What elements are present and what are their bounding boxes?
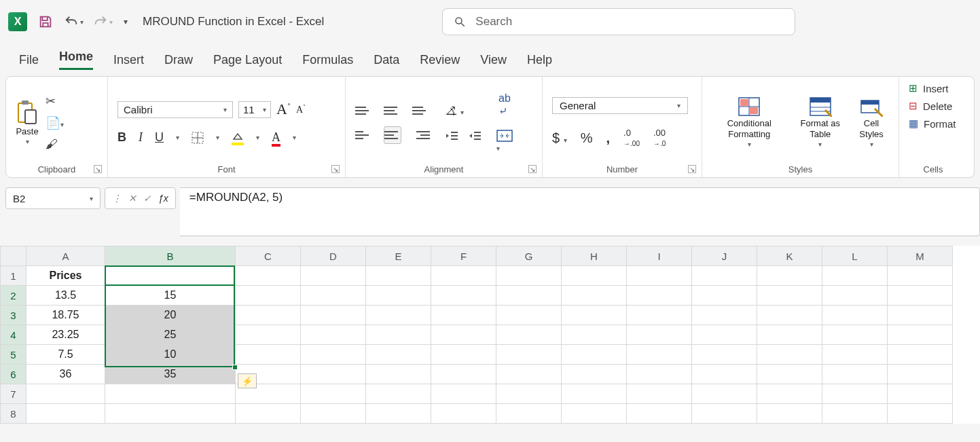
cell-C1[interactable] xyxy=(236,266,301,286)
formula-expand-icon[interactable]: ⋮ xyxy=(112,193,122,204)
cell-H4[interactable] xyxy=(562,325,627,345)
row-header-2[interactable]: 2 xyxy=(1,286,26,306)
row-header-6[interactable]: 6 xyxy=(1,365,26,384)
cell-I1[interactable] xyxy=(627,266,692,286)
decrease-font-icon[interactable]: A˅ xyxy=(296,104,306,115)
increase-indent-icon[interactable] xyxy=(468,130,482,141)
grid[interactable]: A B C D E F G H I J K L M 1 Prices Round… xyxy=(0,246,953,424)
search-box[interactable]: Search xyxy=(442,8,795,35)
cell-C2[interactable] xyxy=(236,286,301,306)
col-header-K[interactable]: K xyxy=(757,246,822,266)
cells-delete-button[interactable]: ⊟Delete xyxy=(909,100,952,112)
cell-I5[interactable] xyxy=(627,345,692,365)
cell-L4[interactable] xyxy=(822,325,888,345)
cell-F8[interactable] xyxy=(431,404,496,424)
col-header-H[interactable]: H xyxy=(562,246,627,266)
tab-file[interactable]: File xyxy=(19,53,39,67)
cell-H3[interactable] xyxy=(562,306,627,325)
cell-A3[interactable]: 18.75 xyxy=(26,306,105,325)
cell-F4[interactable] xyxy=(431,325,496,345)
cell-A1[interactable]: Prices xyxy=(26,266,105,286)
cell-J8[interactable] xyxy=(692,404,757,424)
tab-draw[interactable]: Draw xyxy=(164,53,193,67)
fx-icon[interactable]: ƒx xyxy=(158,193,168,204)
cells-insert-button[interactable]: ⊞Insert xyxy=(909,82,949,94)
cell-E2[interactable] xyxy=(366,286,431,306)
borders-icon[interactable] xyxy=(192,132,204,144)
cell-B5[interactable]: 10 xyxy=(105,345,236,365)
cell-C5[interactable] xyxy=(236,345,301,365)
cell-K6[interactable] xyxy=(757,365,822,384)
number-launcher-icon[interactable]: ↘ xyxy=(688,165,696,173)
cell-E8[interactable] xyxy=(366,404,431,424)
cell-H1[interactable] xyxy=(562,266,627,286)
autofill-options-icon[interactable]: ⚡ xyxy=(238,373,257,388)
cell-I7[interactable] xyxy=(627,384,692,404)
cell-F1[interactable] xyxy=(431,266,496,286)
tab-formulas[interactable]: Formulas xyxy=(302,53,353,67)
cell-B1[interactable]: Rounded Figures xyxy=(105,266,236,286)
col-header-L[interactable]: L xyxy=(822,246,888,266)
enter-formula-icon[interactable]: ✓ xyxy=(143,193,151,204)
cell-E7[interactable] xyxy=(366,384,431,404)
cell-E4[interactable] xyxy=(366,325,431,345)
cell-C4[interactable] xyxy=(236,325,301,345)
col-header-C[interactable]: C xyxy=(236,246,301,266)
cell-G3[interactable] xyxy=(496,306,562,325)
cell-A6[interactable]: 36 xyxy=(26,365,105,384)
currency-icon[interactable]: $ ▾ xyxy=(552,130,567,146)
cell-H7[interactable] xyxy=(562,384,627,404)
cell-B2[interactable]: 15 xyxy=(105,286,236,306)
cell-F3[interactable] xyxy=(431,306,496,325)
save-icon[interactable] xyxy=(37,14,54,29)
cell-G7[interactable] xyxy=(496,384,562,404)
cell-J3[interactable] xyxy=(692,306,757,325)
cell-D3[interactable] xyxy=(301,306,366,325)
cell-J7[interactable] xyxy=(692,384,757,404)
row-header-4[interactable]: 4 xyxy=(1,325,26,345)
font-color-icon[interactable]: A xyxy=(272,130,280,145)
undo-button[interactable]: ▾ xyxy=(64,14,84,29)
cell-K4[interactable] xyxy=(757,325,822,345)
cell-G4[interactable] xyxy=(496,325,562,345)
cell-M4[interactable] xyxy=(888,325,953,345)
font-name-select[interactable]: Calibri▾ xyxy=(117,101,233,118)
cell-J6[interactable] xyxy=(692,365,757,384)
increase-decimal-icon[interactable]: .0→.00 xyxy=(623,128,640,148)
cell-A2[interactable]: 13.5 xyxy=(26,286,105,306)
cell-E1[interactable] xyxy=(366,266,431,286)
font-launcher-icon[interactable]: ↘ xyxy=(331,165,340,173)
merge-center-icon[interactable]: ▾ xyxy=(496,130,513,153)
tab-page-layout[interactable]: Page Layout xyxy=(213,53,282,67)
row-header-8[interactable]: 8 xyxy=(1,404,26,424)
tab-home[interactable]: Home xyxy=(59,50,93,70)
row-header-3[interactable]: 3 xyxy=(1,306,26,325)
conditional-formatting-button[interactable]: Conditional Formatting▾ xyxy=(712,96,787,149)
col-header-F[interactable]: F xyxy=(431,246,496,266)
cell-K7[interactable] xyxy=(757,384,822,404)
cell-E6[interactable] xyxy=(366,365,431,384)
worksheet[interactable]: A B C D E F G H I J K L M 1 Prices Round… xyxy=(0,246,980,424)
col-header-G[interactable]: G xyxy=(496,246,562,266)
cell-I2[interactable] xyxy=(627,286,692,306)
cell-G5[interactable] xyxy=(496,345,562,365)
col-header-D[interactable]: D xyxy=(301,246,366,266)
cell-I4[interactable] xyxy=(627,325,692,345)
cell-J5[interactable] xyxy=(692,345,757,365)
cell-C8[interactable] xyxy=(236,404,301,424)
cell-D1[interactable] xyxy=(301,266,366,286)
cell-K2[interactable] xyxy=(757,286,822,306)
copy-icon[interactable]: 📄▾ xyxy=(46,115,64,130)
cell-D2[interactable] xyxy=(301,286,366,306)
fill-handle[interactable] xyxy=(232,365,238,370)
row-header-7[interactable]: 7 xyxy=(1,384,26,404)
cell-G2[interactable] xyxy=(496,286,562,306)
cell-B8[interactable] xyxy=(105,404,236,424)
cell-H6[interactable] xyxy=(562,365,627,384)
cell-E5[interactable] xyxy=(366,345,431,365)
tab-view[interactable]: View xyxy=(480,53,507,67)
cell-B7[interactable] xyxy=(105,384,236,404)
cell-F6[interactable] xyxy=(431,365,496,384)
format-painter-icon[interactable]: 🖌 xyxy=(46,137,64,151)
decrease-indent-icon[interactable] xyxy=(445,130,458,141)
